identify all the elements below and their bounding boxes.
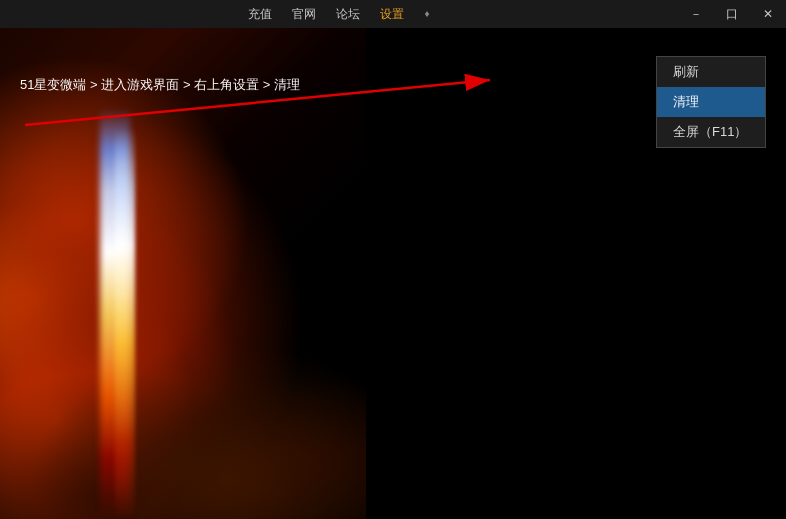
titlebar-controls: － 口 ✕ xyxy=(678,0,786,28)
minimize-button[interactable]: － xyxy=(678,0,714,28)
lava-rocks xyxy=(0,319,380,519)
restore-button[interactable]: 口 xyxy=(714,0,750,28)
nav-diamond[interactable]: ♦ xyxy=(414,0,439,28)
close-button[interactable]: ✕ xyxy=(750,0,786,28)
dropdown-menu: 刷新 清理 全屏（F11） xyxy=(656,56,766,148)
menu-item-fullscreen[interactable]: 全屏（F11） xyxy=(657,117,765,147)
menu-item-clear[interactable]: 清理 xyxy=(657,87,765,117)
titlebar-nav: 充值 官网 论坛 设置 ♦ xyxy=(238,0,439,28)
nav-recharge[interactable]: 充值 xyxy=(238,0,282,28)
nav-settings[interactable]: 设置 xyxy=(370,0,414,28)
instruction-text: 51星变微端 > 进入游戏界面 > 右上角设置 > 清理 xyxy=(20,76,300,94)
fire-pillar2 xyxy=(115,128,135,519)
titlebar: 充值 官网 论坛 设置 ♦ － 口 ✕ xyxy=(0,0,786,28)
nav-website[interactable]: 官网 xyxy=(282,0,326,28)
nav-forum[interactable]: 论坛 xyxy=(326,0,370,28)
menu-item-refresh[interactable]: 刷新 xyxy=(657,57,765,87)
main-content: 51星变微端 > 进入游戏界面 > 右上角设置 > 清理 刷新 清理 全屏（F1… xyxy=(0,28,786,519)
instruction-label: 51星变微端 > 进入游戏界面 > 右上角设置 > 清理 xyxy=(20,76,300,94)
